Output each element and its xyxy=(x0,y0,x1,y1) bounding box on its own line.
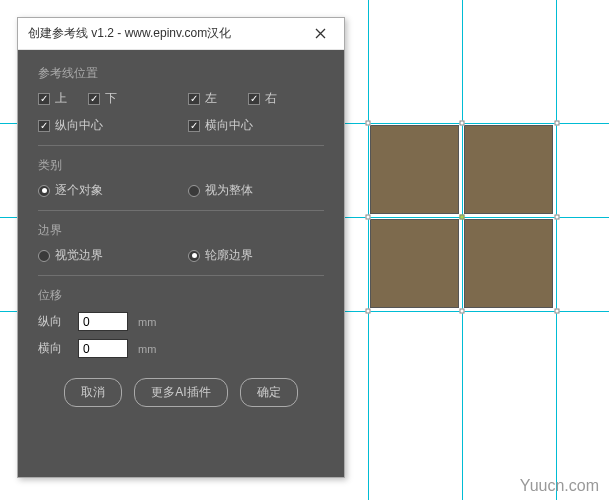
radio-icon xyxy=(188,250,200,262)
group-label-offset: 位移 xyxy=(38,287,324,304)
watermark: Yuucn.com xyxy=(520,477,599,495)
radio-icon xyxy=(188,185,200,197)
checkbox-label: 上 xyxy=(55,90,67,107)
radio-whole[interactable]: 视为整体 xyxy=(188,182,253,199)
checkbox-icon: ✓ xyxy=(248,93,260,105)
anchor-point[interactable] xyxy=(555,309,560,314)
ok-button[interactable]: 确定 xyxy=(240,378,298,407)
radio-icon xyxy=(38,185,50,197)
close-button[interactable] xyxy=(306,22,334,46)
guide-vertical xyxy=(462,0,463,500)
anchor-point[interactable] xyxy=(555,121,560,126)
radio-each-object[interactable]: 逐个对象 xyxy=(38,182,188,199)
radio-visual-boundary[interactable]: 视觉边界 xyxy=(38,247,188,264)
checkbox-label: 纵向中心 xyxy=(55,117,103,134)
checkbox-icon: ✓ xyxy=(38,93,50,105)
offset-h-label: 横向 xyxy=(38,340,68,357)
anchor-point[interactable] xyxy=(366,309,371,314)
titlebar[interactable]: 创建参考线 v1.2 - www.epinv.com汉化 xyxy=(18,18,344,50)
anchor-point[interactable] xyxy=(366,121,371,126)
anchor-point[interactable] xyxy=(366,215,371,220)
offset-unit: mm xyxy=(138,343,156,355)
divider xyxy=(38,275,324,276)
more-plugins-button[interactable]: 更多AI插件 xyxy=(134,378,227,407)
radio-label: 轮廓边界 xyxy=(205,247,253,264)
checkbox-label: 下 xyxy=(105,90,117,107)
anchor-point[interactable] xyxy=(460,121,465,126)
shape-rect[interactable] xyxy=(370,219,459,308)
offset-v-input[interactable] xyxy=(78,312,128,331)
dialog-body: 参考线位置 ✓ 上 ✓ 下 ✓ 左 ✓ 右 ✓ 纵向中心 xyxy=(18,50,344,477)
radio-outline-boundary[interactable]: 轮廓边界 xyxy=(188,247,253,264)
checkbox-icon: ✓ xyxy=(188,93,200,105)
anchor-point[interactable] xyxy=(555,215,560,220)
checkbox-top[interactable]: ✓ 上 xyxy=(38,90,88,107)
checkbox-right[interactable]: ✓ 右 xyxy=(248,90,277,107)
checkbox-label: 左 xyxy=(205,90,217,107)
checkbox-bottom[interactable]: ✓ 下 xyxy=(88,90,188,107)
checkbox-left[interactable]: ✓ 左 xyxy=(188,90,248,107)
shape-rect[interactable] xyxy=(464,125,553,214)
offset-h-input[interactable] xyxy=(78,339,128,358)
radio-icon xyxy=(38,250,50,262)
radio-label: 视为整体 xyxy=(205,182,253,199)
shape-rect[interactable] xyxy=(464,219,553,308)
radio-label: 逐个对象 xyxy=(55,182,103,199)
group-label-position: 参考线位置 xyxy=(38,65,324,82)
shape-rect[interactable] xyxy=(370,125,459,214)
checkbox-icon: ✓ xyxy=(88,93,100,105)
offset-v-label: 纵向 xyxy=(38,313,68,330)
checkbox-label: 右 xyxy=(265,90,277,107)
dialog-create-guides: 创建参考线 v1.2 - www.epinv.com汉化 参考线位置 ✓ 上 ✓… xyxy=(17,17,345,478)
cancel-button[interactable]: 取消 xyxy=(64,378,122,407)
divider xyxy=(38,145,324,146)
checkbox-vcenter[interactable]: ✓ 纵向中心 xyxy=(38,117,188,134)
guide-vertical xyxy=(368,0,369,500)
radio-label: 视觉边界 xyxy=(55,247,103,264)
anchor-point-center[interactable] xyxy=(460,215,465,220)
offset-unit: mm xyxy=(138,316,156,328)
group-label-boundary: 边界 xyxy=(38,222,324,239)
guide-vertical xyxy=(556,0,557,500)
checkbox-hcenter[interactable]: ✓ 横向中心 xyxy=(188,117,253,134)
checkbox-label: 横向中心 xyxy=(205,117,253,134)
checkbox-icon: ✓ xyxy=(38,120,50,132)
group-label-category: 类别 xyxy=(38,157,324,174)
anchor-point[interactable] xyxy=(460,309,465,314)
dialog-title: 创建参考线 v1.2 - www.epinv.com汉化 xyxy=(28,25,231,42)
checkbox-icon: ✓ xyxy=(188,120,200,132)
divider xyxy=(38,210,324,211)
